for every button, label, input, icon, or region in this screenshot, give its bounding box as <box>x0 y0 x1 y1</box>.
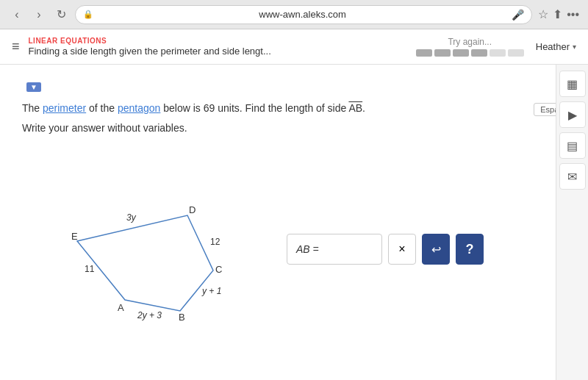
progress-bar <box>416 49 524 57</box>
mail-button[interactable]: ✉ <box>559 163 586 190</box>
reload-button[interactable]: ↻ <box>53 7 69 23</box>
hamburger-menu[interactable]: ≡ <box>12 39 20 54</box>
progress-seg-4 <box>471 49 487 57</box>
pentagon-diagram: E D C B A 3y 12 y + 1 2y + 3 11 <box>44 182 279 329</box>
book-button[interactable]: ▤ <box>559 132 586 159</box>
side-bc-label: y + 1 <box>201 286 221 296</box>
address-bar[interactable]: 🔒 www-awn.aleks.com 🎤 <box>75 5 532 24</box>
header-center: LINEAR EQUATIONS Finding a side length g… <box>29 37 416 57</box>
pentagon-shape <box>77 215 213 311</box>
video-button[interactable]: ▶ <box>559 101 586 128</box>
topic-category: LINEAR EQUATIONS <box>29 37 416 45</box>
forward-button[interactable]: › <box>31 7 47 23</box>
vertex-b-label: B <box>179 312 185 323</box>
calculator-icon: ▦ <box>567 77 578 91</box>
instruction-text: Write your answer without variables. <box>22 122 566 134</box>
user-name: Heather <box>536 41 570 52</box>
user-menu[interactable]: Heather ▾ <box>536 41 576 52</box>
side-de-label: 3y <box>126 212 137 223</box>
progress-seg-1 <box>416 49 432 57</box>
mic-icon: 🎤 <box>512 9 524 21</box>
mail-icon: ✉ <box>567 170 577 184</box>
help-button[interactable]: ? <box>456 234 484 265</box>
progress-seg-2 <box>434 49 451 57</box>
browser-actions: ☆ ⬆ ••• <box>538 7 579 21</box>
header-right: Try again... Heather ▾ <box>416 37 576 57</box>
clear-button[interactable]: × <box>388 234 416 265</box>
topic-title: Finding a side length given the perimete… <box>29 46 416 57</box>
perimeter-link[interactable]: perimeter <box>43 102 86 114</box>
undo-button[interactable]: ↩ <box>422 234 450 265</box>
bookmark-button[interactable]: ☆ <box>538 7 548 21</box>
answer-input[interactable] <box>325 243 369 255</box>
aleks-header: ≡ LINEAR EQUATIONS Finding a side length… <box>0 29 588 65</box>
side-label: AB <box>348 102 362 114</box>
try-again-label: Try again... <box>416 37 524 47</box>
answer-label: AB = <box>296 243 319 255</box>
main-content: Español ▼ The perimeter of the pentagon … <box>0 65 588 380</box>
url-text: www-awn.aleks.com <box>98 9 507 20</box>
video-icon: ▶ <box>568 108 577 122</box>
vertex-a-label: A <box>118 302 124 313</box>
answer-area: AB = × ↩ ? <box>287 234 484 265</box>
side-ea-label: 11 <box>85 264 95 274</box>
answer-input-container: AB = <box>287 234 382 265</box>
share-button[interactable]: ⬆ <box>553 7 562 21</box>
text-after: below is 69 units. Find the length of si… <box>160 102 348 114</box>
pentagon-link[interactable]: pentagon <box>118 102 160 114</box>
book-icon: ▤ <box>567 139 578 153</box>
more-button[interactable]: ••• <box>567 8 579 21</box>
period: . <box>362 102 365 114</box>
browser-chrome: ‹ › ↻ 🔒 www-awn.aleks.com 🎤 ☆ ⬆ ••• <box>0 0 588 29</box>
back-button[interactable]: ‹ <box>9 7 25 23</box>
vertex-c-label: C <box>215 264 222 275</box>
dropdown-arrow-icon[interactable]: ▼ <box>26 82 41 92</box>
question-text: The perimeter of the pentagon below is 6… <box>22 100 566 116</box>
progress-section: Try again... <box>416 37 524 57</box>
chevron-down-icon: ▾ <box>573 43 576 51</box>
lock-icon: 🔒 <box>83 10 93 19</box>
progress-seg-3 <box>453 49 469 57</box>
side-ab-label: 2y + 3 <box>137 310 162 320</box>
vertex-e-label: E <box>71 231 78 242</box>
pentagon-svg: E D C B A 3y 12 y + 1 2y + 3 11 <box>44 182 279 329</box>
text-before: The <box>22 102 43 114</box>
progress-seg-6 <box>508 49 524 57</box>
calculator-button[interactable]: ▦ <box>559 71 586 97</box>
topic-dropdown[interactable]: ▼ <box>22 79 566 93</box>
progress-seg-5 <box>490 49 506 57</box>
side-cd-label: 12 <box>210 237 220 247</box>
text-middle: of the <box>86 102 118 114</box>
vertex-d-label: D <box>189 204 196 215</box>
right-sidebar: ▦ ▶ ▤ ✉ <box>556 65 588 380</box>
